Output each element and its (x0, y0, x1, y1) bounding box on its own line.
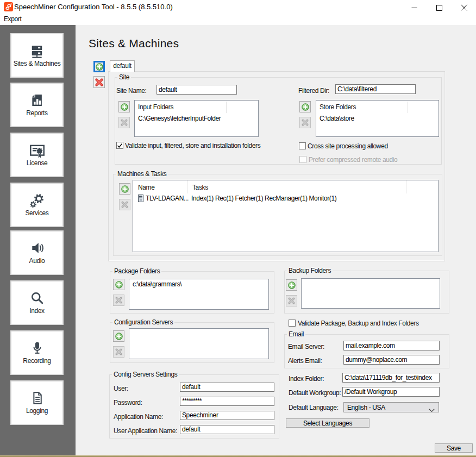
sidebar-item-label: Logging (26, 407, 48, 415)
filtered-dir-label: Filtered Dir: (298, 87, 329, 95)
machines-column-name[interactable]: Name (138, 184, 155, 191)
tab-default[interactable]: default (110, 60, 135, 72)
machines-column-tasks[interactable]: Tasks (192, 184, 208, 191)
column-divider (406, 180, 406, 193)
user-label: User: (114, 385, 128, 392)
machines-list[interactable]: Name Tasks TLV-LDAGAN... Index(1) Rec(1)… (133, 180, 439, 252)
input-folders-list[interactable]: Input Folders C:\Genesys\fetcherInputFol… (134, 100, 259, 137)
remove-backup-folder-button[interactable] (286, 295, 297, 306)
microphone-icon (29, 338, 45, 358)
sidebar-item-audio[interactable]: Audio (10, 230, 64, 275)
report-icon (29, 90, 45, 110)
config-servers-settings-group-label: Config Servers Settings (112, 371, 179, 378)
machines-tasks-group-label: Machines & Tasks (116, 170, 168, 178)
prefer-compressed-checkbox[interactable] (299, 156, 306, 163)
index-folder-input[interactable]: C:\data\171119db_for_test\index (342, 373, 440, 383)
sidebar-item-reports[interactable]: Reports (10, 83, 64, 127)
filtered-dir-input[interactable]: C:\data\filtered (335, 84, 416, 94)
remove-config-server-button[interactable] (113, 346, 124, 358)
window-title: SpeechMiner Configuration Tool - 8.5.5 (… (14, 0, 173, 14)
machine-tasks-cell[interactable]: Index(1) Rec(1) Fetcher(1) RecManager(1)… (191, 195, 336, 202)
add-store-folder-button[interactable] (299, 101, 311, 112)
remove-input-folder-button[interactable] (118, 117, 130, 128)
store-folders-list[interactable]: Store Folders C:\data\store (316, 100, 439, 137)
configuration-servers-list[interactable] (129, 328, 269, 359)
sidebar-item-label: Recording (23, 357, 51, 365)
close-button[interactable] (452, 0, 476, 15)
column-divider (187, 180, 187, 193)
email-server-label: Email Server: (288, 343, 324, 350)
default-language-select[interactable]: English - USA (343, 402, 439, 412)
add-site-tab-button[interactable] (93, 61, 105, 72)
alerts-email-label: Alerts Email: (288, 357, 322, 365)
add-package-folder-button[interactable] (113, 279, 124, 290)
user-application-name-input[interactable]: default (180, 425, 274, 434)
site-group-label: Site (117, 73, 131, 81)
list-item[interactable]: c:\data\grammars\ (133, 280, 181, 288)
application-name-input[interactable]: Speechminer (180, 411, 274, 420)
remove-store-folder-button[interactable] (299, 117, 311, 128)
input-folders-header[interactable]: Input Folders (138, 103, 173, 111)
store-folders-header[interactable]: Store Folders (320, 103, 356, 111)
validate-folders-checkbox[interactable] (116, 142, 123, 149)
sidebar-item-services[interactable]: Services (10, 183, 64, 227)
sidebar-item-label: Audio (29, 257, 45, 265)
chevron-down-icon (429, 405, 435, 415)
column-divider (408, 102, 408, 113)
document-icon (29, 388, 45, 408)
gears-icon (28, 190, 46, 210)
email-group-label: Email (287, 330, 305, 338)
select-languages-button[interactable]: Select Languages (286, 418, 369, 428)
password-input[interactable]: ********* (180, 397, 274, 406)
backup-folders-list[interactable] (301, 278, 440, 309)
add-config-server-button[interactable] (113, 330, 124, 342)
user-input[interactable]: default (180, 383, 274, 392)
cross-site-checkbox[interactable] (299, 142, 306, 149)
password-label: Password: (114, 399, 142, 406)
package-folders-list[interactable]: c:\data\grammars\ (129, 279, 269, 310)
page-title: Sites & Machines (89, 37, 179, 50)
sidebar-item-label: License (27, 159, 48, 167)
remove-machine-button[interactable] (119, 199, 130, 210)
app-logo-icon (4, 2, 13, 11)
alerts-email-input[interactable]: dummy@noplace.com (343, 355, 440, 365)
sidebar-item-label: Sites & Machines (14, 60, 61, 67)
certificate-icon (28, 140, 46, 160)
sidebar-item-label: Index (29, 307, 44, 315)
machine-icon (138, 195, 143, 203)
validate-package-label: Validate Package, Backup and Index Folde… (298, 320, 419, 327)
add-input-folder-button[interactable] (118, 101, 130, 112)
save-button[interactable]: Save (435, 443, 473, 453)
configuration-servers-group-label: Configuration Servers (112, 318, 174, 326)
machine-name-cell[interactable]: TLV-LDAGAN... (146, 195, 189, 202)
index-folder-label: Index Folder: (289, 375, 324, 383)
remove-package-folder-button[interactable] (113, 295, 124, 306)
sidebar-item-sites-machines[interactable]: Sites & Machines (10, 33, 64, 78)
validate-package-checkbox[interactable] (289, 320, 296, 327)
column-divider (226, 102, 227, 113)
servers-icon (29, 41, 45, 61)
maximize-button[interactable] (427, 0, 452, 15)
list-item[interactable]: C:\Genesys\fetcherInputFolder (138, 115, 221, 122)
sidebar-item-recording[interactable]: Recording (10, 330, 64, 375)
minimize-button[interactable] (402, 0, 427, 15)
site-name-input[interactable]: default (156, 85, 237, 95)
sidebar-item-logging[interactable]: Logging (10, 380, 64, 425)
application-name-label: Application Name: (114, 413, 163, 421)
prefer-compressed-label: Prefer compressed remote audio (309, 156, 397, 164)
delete-site-tab-button[interactable] (93, 76, 105, 88)
menu-export[interactable]: Export (4, 14, 21, 25)
default-workgroup-label: Default Workgroup: (289, 389, 341, 397)
package-folders-group-label: Package Folders (112, 267, 161, 275)
sidebar-item-index[interactable]: Index (10, 280, 64, 325)
site-name-label: Site Name: (116, 87, 147, 95)
backup-folders-group-label: Backup Folders (287, 267, 333, 274)
add-backup-folder-button[interactable] (286, 279, 297, 291)
menu-bar: Export (0, 14, 476, 25)
add-machine-button[interactable] (119, 183, 130, 195)
list-item[interactable]: C:\data\store (320, 115, 354, 122)
speaker-icon (29, 238, 46, 258)
default-workgroup-input[interactable]: /Default Workgroup (342, 387, 440, 397)
sidebar-item-license[interactable]: License (10, 133, 64, 177)
email-server-input[interactable]: mail.example.com (343, 341, 440, 350)
